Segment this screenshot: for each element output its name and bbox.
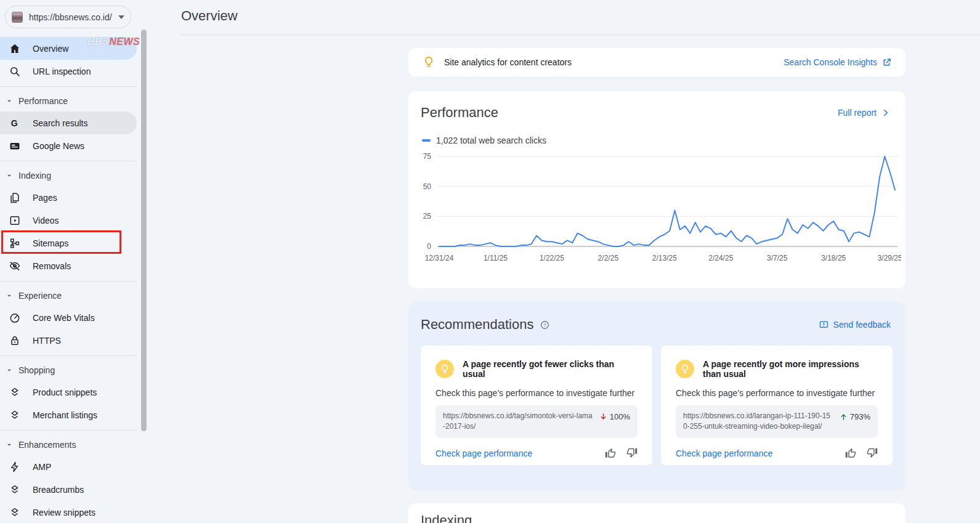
recommendation-card: A page recently got fewer clicks than us…	[421, 346, 652, 465]
chevron-down-icon	[6, 95, 13, 107]
recommendation-title: A page recently got more impressions tha…	[703, 359, 878, 379]
sidebar-item-label: Merchant listings	[33, 410, 97, 420]
performance-card: Performance Full report 1,022 total web …	[408, 91, 905, 288]
chevron-right-icon	[881, 108, 891, 118]
layers-icon	[9, 484, 21, 496]
sidebar-item-label: Search results	[33, 118, 87, 128]
help-icon[interactable]: ?	[540, 320, 550, 330]
recommendation-description: Check this page's performance to investi…	[435, 388, 638, 398]
check-page-performance-link[interactable]: Check page performance	[676, 448, 772, 458]
legend-label: 1,022 total web search clicks	[436, 136, 546, 145]
indexing-title: Indexing	[421, 513, 893, 523]
sidebar-item-product-snippets[interactable]: Product snippets	[0, 381, 137, 403]
svg-text:G: G	[11, 118, 18, 128]
svg-text:3/29/25: 3/29/25	[878, 254, 901, 262]
video-icon	[9, 214, 21, 227]
sidebar-divider	[0, 281, 137, 282]
search-console-insights-link[interactable]: Search Console Insights	[784, 57, 892, 68]
arrow-up-icon	[839, 412, 848, 421]
speedometer-icon	[9, 312, 21, 324]
sidebar-section-indexing[interactable]: Indexing	[0, 165, 137, 186]
page-url: https://bbsnews.co.id/tag/simontok-versi…	[443, 411, 593, 432]
sidebar-item-search-results[interactable]: GSearch results	[0, 111, 137, 134]
sidebar-item-amp[interactable]: AMP	[0, 455, 137, 478]
recommendation-title: A page recently got fewer clicks than us…	[463, 359, 638, 379]
page-url: https://bbsnews.co.id/larangan-ip-111-19…	[683, 411, 833, 432]
sidebar-section-experience[interactable]: Experience	[0, 285, 137, 306]
property-url: https://bbsnews.co.id/	[29, 12, 112, 22]
sidebar-nav: OverviewURL inspectionPerformanceGSearch…	[0, 37, 137, 523]
sidebar-item-videos[interactable]: Videos	[0, 209, 137, 232]
page-title: Overview	[181, 8, 238, 24]
svg-text:50: 50	[423, 182, 432, 191]
lightbulb-icon	[676, 360, 694, 378]
sidebar-item-label: Google News	[33, 141, 84, 151]
thumb-down-icon[interactable]	[867, 448, 878, 459]
sidebar-section-enhancements[interactable]: Enhancements	[0, 434, 137, 455]
sidebar-scrollbar[interactable]	[141, 30, 147, 431]
sidebar-section-label: Indexing	[18, 171, 51, 180]
insights-banner: Site analytics for content creators Sear…	[408, 48, 905, 76]
svg-text:3/18/25: 3/18/25	[821, 254, 846, 262]
lock-icon	[9, 334, 21, 347]
sidebar-section-label: Experience	[18, 291, 62, 301]
external-link-icon	[881, 57, 892, 68]
site-favicon-icon	[12, 12, 23, 23]
search-icon	[9, 65, 21, 78]
sidebar-item-label: Removals	[33, 261, 71, 271]
sidebar-item-breadcrumbs[interactable]: Breadcrumbs	[0, 478, 137, 501]
sidebar: https://bbsnews.co.id/ OverviewURL inspe…	[0, 0, 148, 523]
indexing-card: Indexing	[408, 503, 905, 523]
sidebar-item-https[interactable]: HTTPS	[0, 329, 137, 352]
check-page-performance-link[interactable]: Check page performance	[435, 448, 532, 458]
recommendation-description: Check this page's performance to investi…	[676, 388, 878, 398]
header-divider	[181, 34, 980, 35]
chart-legend: 1,022 total web search clicks	[422, 136, 905, 145]
svg-text:1/11/25: 1/11/25	[484, 254, 508, 262]
home-icon	[9, 43, 21, 55]
sidebar-item-label: Review snippets	[33, 508, 95, 517]
svg-text:2/2/25: 2/2/25	[598, 254, 619, 262]
property-selector[interactable]: https://bbsnews.co.id/	[5, 6, 131, 28]
sidebar-item-merchant-listings[interactable]: Merchant listings	[0, 403, 137, 426]
sidebar-item-label: HTTPS	[33, 336, 61, 346]
change-badge: 100%	[599, 412, 630, 421]
eye-off-icon	[9, 260, 21, 272]
sidebar-item-overview[interactable]: Overview	[0, 37, 137, 60]
layers-icon	[9, 506, 21, 519]
sidebar-item-label: Videos	[33, 216, 59, 225]
performance-chart[interactable]: 025507512/31/241/11/251/22/252/2/252/13/…	[413, 152, 901, 266]
sidebar-item-label: Overview	[33, 44, 68, 54]
thumb-down-icon[interactable]	[626, 448, 638, 459]
sidebar-item-label: Core Web Vitals	[33, 313, 95, 323]
thumb-up-icon[interactable]	[845, 448, 856, 459]
svg-text:1/22/25: 1/22/25	[540, 254, 564, 262]
news-icon	[9, 140, 21, 152]
sidebar-divider	[0, 86, 137, 87]
sidebar-section-performance[interactable]: Performance	[0, 91, 137, 111]
svg-text:?: ?	[544, 322, 547, 328]
sidebar-section-label: Shopping	[18, 365, 55, 375]
sidebar-item-core-web-vitals[interactable]: Core Web Vitals	[0, 306, 137, 329]
sidebar-section-label: Enhancements	[18, 440, 76, 450]
svg-text:12/31/24: 12/31/24	[425, 254, 454, 262]
sidebar-section-label: Performance	[18, 96, 68, 106]
thumb-up-icon[interactable]	[605, 448, 616, 459]
sidebar-divider	[0, 430, 137, 431]
sidebar-item-google-news[interactable]: Google News	[0, 134, 137, 157]
page-url-chip[interactable]: https://bbsnews.co.id/tag/simontok-versi…	[435, 405, 638, 438]
sidebar-item-review-snippets[interactable]: Review snippets	[0, 501, 137, 523]
sidebar-item-label: Breadcrumbs	[33, 485, 84, 495]
sidebar-item-label: URL inspection	[33, 67, 91, 76]
sidebar-item-url-inspection[interactable]: URL inspection	[0, 60, 137, 83]
sidebar-section-shopping[interactable]: Shopping	[0, 360, 137, 381]
sidebar-item-label: AMP	[33, 462, 51, 472]
annotation-box-sitemaps	[1, 230, 121, 254]
page-url-chip[interactable]: https://bbsnews.co.id/larangan-ip-111-19…	[676, 405, 878, 438]
send-feedback-link[interactable]: Send feedback	[819, 320, 891, 330]
recommendations-title: Recommendations	[421, 317, 533, 333]
chevron-down-icon	[6, 439, 13, 451]
sidebar-item-removals[interactable]: Removals	[0, 254, 137, 277]
full-report-link[interactable]: Full report	[838, 108, 891, 118]
sidebar-item-pages[interactable]: Pages	[0, 186, 137, 209]
